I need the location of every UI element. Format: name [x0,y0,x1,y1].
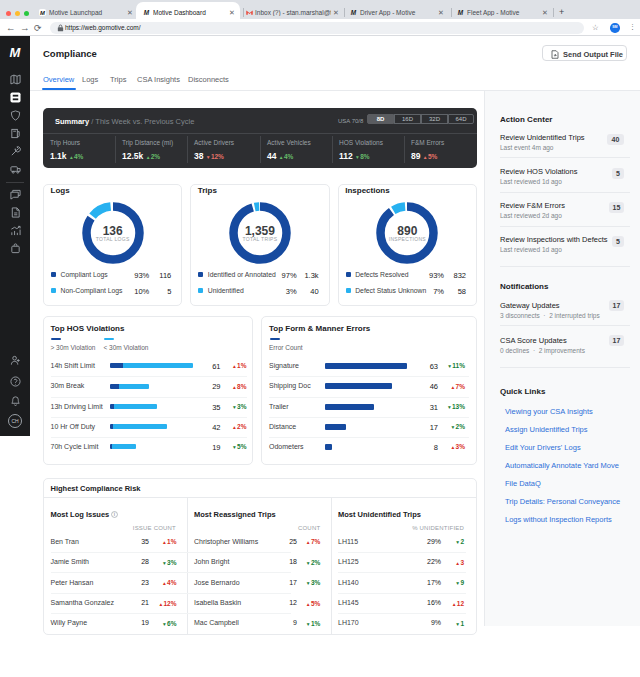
svg-text:M: M [10,45,22,59]
svg-text:M: M [351,9,357,16]
svg-text:M: M [458,9,464,16]
svg-text:i: i [114,512,115,517]
svg-text:M: M [40,10,45,16]
svg-text:M: M [144,9,150,16]
